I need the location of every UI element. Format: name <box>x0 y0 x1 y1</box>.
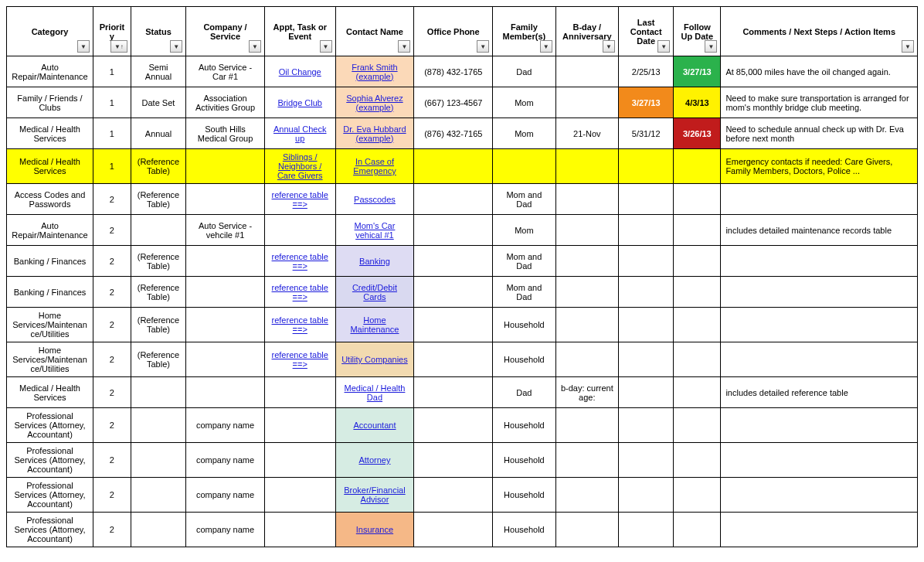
cell-family: Mom <box>493 87 555 118</box>
filter-icon[interactable]: ▼ <box>249 40 261 53</box>
cell-comments <box>721 513 918 547</box>
table-row: Home Services/Maintenance/Utilities 2 (R… <box>7 308 918 342</box>
cell-family: Household <box>493 478 555 513</box>
cell-family: Mom and Dad <box>493 246 555 277</box>
cell-company <box>186 277 265 308</box>
cell-family: Dad <box>493 377 555 408</box>
contact-link[interactable]: Home Maintenance <box>350 315 399 334</box>
cell-status <box>131 377 185 408</box>
contact-link[interactable]: Mom's Car vehical #1 <box>355 221 396 240</box>
cell-family: Mom <box>493 215 555 246</box>
cell-follow: 4/3/13 <box>674 87 721 118</box>
cell-company: company name <box>186 408 265 443</box>
contact-link[interactable]: Dr. Eva Hubbard (example) <box>343 124 406 143</box>
contact-link[interactable]: Frank Smith (example) <box>352 63 397 81</box>
cell-status: (Reference Table) <box>131 184 185 215</box>
cell-phone <box>414 408 493 443</box>
header-label: Office Phone <box>427 27 480 36</box>
cell-contact: Home Maintenance <box>335 308 414 342</box>
appt-link[interactable]: Annual Check up <box>273 124 327 143</box>
cell-appt <box>264 215 335 246</box>
cell-appt <box>264 443 335 478</box>
filter-icon[interactable]: ▼ <box>902 40 914 53</box>
cell-family: Mom and Dad <box>493 184 555 215</box>
appt-link[interactable]: reference table ==> <box>272 350 328 369</box>
appt-link[interactable]: reference table ==> <box>272 315 328 334</box>
cell-contact: Medical / Health Dad <box>335 377 414 408</box>
filter-icon[interactable]: ▼ <box>477 40 489 53</box>
contact-link[interactable]: Medical / Health Dad <box>345 383 406 402</box>
filter-icon[interactable]: ▼ <box>603 40 615 53</box>
cell-phone <box>414 246 493 277</box>
cell-comments <box>721 277 918 308</box>
cell-last <box>619 513 674 547</box>
cell-bday <box>555 308 618 342</box>
cell-priority: 2 <box>93 184 131 215</box>
contact-link[interactable]: Insurance <box>356 525 393 534</box>
appt-link[interactable]: Bridge Club <box>277 98 321 107</box>
cell-contact: Attorney <box>335 443 414 478</box>
cell-priority: 2 <box>93 308 131 342</box>
filter-icon[interactable]: ▼ <box>170 40 182 53</box>
cell-appt: reference table ==> <box>264 277 335 308</box>
filter-icon[interactable]: ▼ <box>320 40 332 53</box>
cell-priority: 2 <box>93 443 131 478</box>
cell-contact: Passcodes <box>335 184 414 215</box>
filter-icon[interactable]: ▼ <box>657 40 670 53</box>
cell-company <box>186 149 265 184</box>
cell-priority: 2 <box>93 342 131 377</box>
cell-appt: reference table ==> <box>264 342 335 377</box>
cell-appt <box>264 408 335 443</box>
cell-priority: 2 <box>93 478 131 513</box>
cell-appt: Oil Change <box>264 56 335 87</box>
cell-company: South Hills Medical Group <box>186 118 265 149</box>
cell-phone <box>414 277 493 308</box>
contact-link[interactable]: Credit/Debit Cards <box>352 283 397 301</box>
cell-priority: 1 <box>93 56 131 87</box>
appt-link[interactable]: reference table ==> <box>272 252 328 271</box>
cell-contact: In Case of Emergency <box>335 149 414 184</box>
cell-company <box>186 342 265 377</box>
header-company: Company / Service▼ <box>186 7 265 56</box>
header-comments: Comments / Next Steps / Action Items▼ <box>721 7 918 56</box>
contact-link[interactable]: Passcodes <box>354 195 396 204</box>
filter-icon[interactable]: ▼ <box>398 40 410 53</box>
contact-link[interactable]: Accountant <box>353 421 396 430</box>
filter-icon[interactable]: ▼ <box>77 40 90 53</box>
appt-link[interactable]: reference table ==> <box>272 190 328 209</box>
appt-link[interactable]: Oil Change <box>279 67 321 77</box>
cell-category: Access Codes and Passwords <box>7 184 93 215</box>
filter-sort-icon[interactable]: ▼↑ <box>110 40 127 53</box>
table-row: Access Codes and Passwords 2 (Reference … <box>7 184 918 215</box>
filter-icon[interactable]: ▼ <box>705 40 717 53</box>
cell-last: 3/27/13 <box>619 87 674 118</box>
filter-icon[interactable]: ▼ <box>540 40 552 53</box>
cell-category: Professional Services (Attorney, Account… <box>7 478 93 513</box>
contact-link[interactable]: In Case of Emergency <box>353 157 396 175</box>
cell-family: Household <box>493 443 555 478</box>
contact-link[interactable]: Attorney <box>358 455 390 465</box>
cell-company <box>186 184 265 215</box>
appt-link[interactable]: Siblings / Neighbors / Care Givers <box>277 152 323 180</box>
appt-link[interactable]: reference table ==> <box>272 283 328 301</box>
contact-link[interactable]: Banking <box>359 257 390 266</box>
cell-phone <box>414 215 493 246</box>
cell-follow: 3/26/13 <box>674 118 721 149</box>
cell-bday <box>555 184 618 215</box>
cell-category: Professional Services (Attorney, Account… <box>7 408 93 443</box>
contact-link[interactable]: Utility Companies <box>341 355 408 364</box>
cell-category: Auto Repair/Maintenance <box>7 215 93 246</box>
cell-family: Household <box>493 308 555 342</box>
contact-link[interactable]: Broker/Financial Advisor <box>344 485 405 504</box>
cell-company: company name <box>186 443 265 478</box>
contact-link[interactable]: Sophia Alverez (example) <box>346 94 403 112</box>
cell-priority: 2 <box>93 215 131 246</box>
cell-status <box>131 478 185 513</box>
cell-family: Household <box>493 513 555 547</box>
cell-status <box>131 443 185 478</box>
cell-bday <box>555 149 618 184</box>
table-row: Medical / Health Services 1 (Reference T… <box>7 149 918 184</box>
cell-contact: Accountant <box>335 408 414 443</box>
cell-last <box>619 215 674 246</box>
cell-phone <box>414 478 493 513</box>
